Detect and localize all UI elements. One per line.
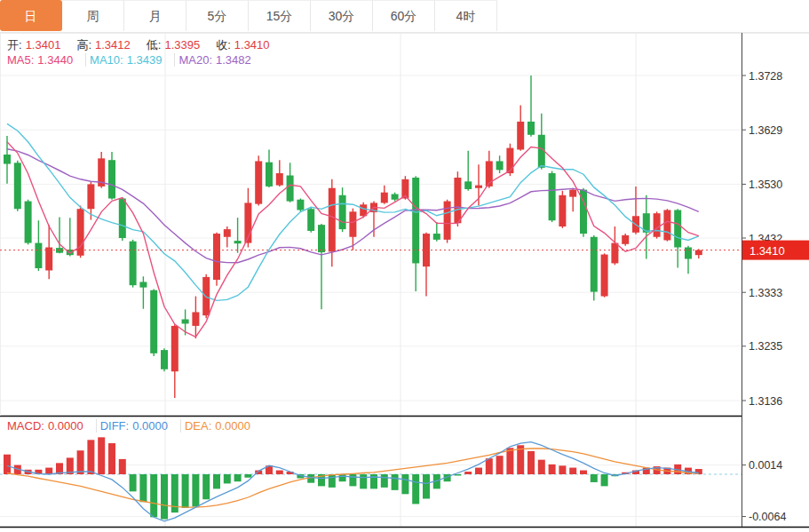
candle-body [329,188,336,252]
macd-bar [392,474,399,490]
info-value: 1.3439 [127,53,163,67]
macd-bar [486,458,493,474]
macd-bar [464,472,472,474]
info-label: 开: [7,38,22,52]
candle-body [297,200,304,210]
macd-bar [381,474,388,488]
macd-bar [549,465,556,474]
info-value: 1.3395 [164,38,200,52]
price-axis: 1.37281.36291.35301.34321.33331.32351.31… [742,70,782,408]
ohlc-info-row: 开:1.3401高:1.3412低:1.3395收:1.3410 [7,37,286,53]
info-value: 0.0000 [48,419,83,433]
macd-bar [130,474,137,491]
info-label: DIFF: [100,419,130,433]
macd-bar [506,448,513,474]
candle-body [549,173,556,220]
candle-body [234,241,242,243]
info-group: DEA:0.0000 [185,419,263,433]
macd-bar [202,474,210,499]
panel-borders [0,33,809,528]
candle-body [287,176,294,202]
tab-day[interactable]: 日 [0,0,62,31]
macd-bar [601,474,608,486]
price-tick-label: 1.3136 [749,395,782,408]
macd-bar [580,471,587,474]
macd-bar [192,474,199,506]
candle-body [139,282,147,287]
macd-bar [527,451,535,474]
price-tick-label: 1.3629 [749,124,782,137]
candle-body [611,243,618,264]
candlestick-chart[interactable]: 1.37281.36291.35301.34321.33331.32351.31… [0,33,809,532]
info-value: 0.0000 [215,419,250,433]
candle-body [182,320,189,324]
candle-body [192,312,199,325]
candle-body [622,235,629,244]
info-label: MACD: [7,419,44,433]
candle-body [674,210,681,247]
candle-body [496,161,504,170]
candle-body [119,198,126,238]
tab-week[interactable]: 周 [62,0,124,31]
macd-bar [412,474,419,504]
candle-body [45,248,52,271]
candle-body [276,173,283,186]
price-tick-label: 1.3728 [749,70,782,83]
tab-4hour[interactable]: 4时 [435,0,497,31]
macd-bar [423,474,430,499]
macd-bar [569,468,576,474]
macd-bar [108,443,115,474]
trading-chart-app: { "tabbar": { "tabs": [ {"id":"day","lab… [0,0,809,532]
tab-15min[interactable]: 15分 [249,0,311,31]
candle-body [339,195,346,229]
candle-body [171,326,178,371]
info-group: 收:1.3410 [216,38,282,52]
price-tick-label: 1.3333 [749,287,782,299]
info-label: MA10: [90,53,123,67]
info-label: 低: [147,38,162,52]
candle-body [349,211,356,236]
info-value: 1.3410 [234,38,270,52]
candle-body [87,184,94,209]
info-value: 1.3440 [37,53,73,67]
candle-body [591,237,598,292]
candle-body [161,350,168,369]
candle-body [454,178,461,223]
tab-5min[interactable]: 5分 [186,0,249,31]
info-group: 开:1.3401 [7,38,73,52]
macd-tick-label: 0.0014 [749,459,782,472]
info-group: MA10:1.3439 [90,53,175,67]
macd-bar [119,459,126,474]
candle-body [255,161,262,203]
candle-body [601,255,608,297]
macd-bar [276,471,283,474]
macd-bar [360,474,367,488]
candle-body [464,181,472,189]
candle-body [4,155,11,164]
tab-60min[interactable]: 60分 [373,0,435,31]
macd-info-row: MACD:0.0000DIFF:0.0000DEA:0.0000 [7,419,266,433]
macd-bar [234,474,242,481]
candle-body [318,225,325,252]
candle-body [213,234,220,280]
info-label: DEA: [185,419,211,433]
info-value: 0.0000 [132,419,168,433]
candle-body [266,163,273,187]
info-group: MACD:0.0000 [7,419,97,433]
info-label: MA5: [7,53,34,67]
macd-bar [182,474,189,508]
candle-body [224,229,231,237]
price-tick-label: 1.3530 [749,179,782,191]
tab-month[interactable]: 月 [124,0,186,31]
candle-body [14,163,21,209]
candle-body [559,195,566,226]
candle-body [695,250,702,256]
macd-bar [559,465,566,474]
macd-bar [161,474,168,520]
timeframe-tabbar: 日周月5分15分30分60分4时 [0,0,809,33]
macd-bar [475,468,482,474]
tab-30min[interactable]: 30分 [311,0,373,31]
info-value: 1.3401 [26,38,61,52]
macd-bar [77,450,84,474]
info-group: 低:1.3395 [147,38,212,52]
